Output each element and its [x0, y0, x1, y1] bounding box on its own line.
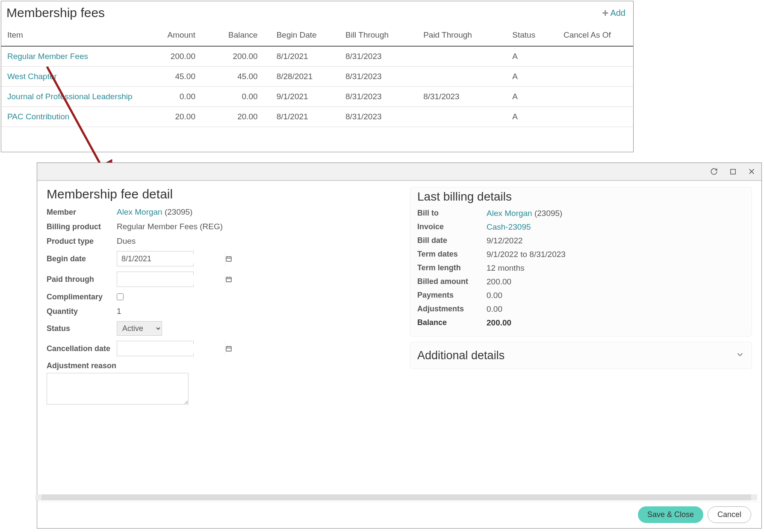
additional-details-panel[interactable]: Additional details: [410, 342, 752, 369]
paid-through-input[interactable]: [117, 275, 225, 284]
member-id-text: (23095): [162, 207, 193, 216]
cell-begin: 9/1/2021: [271, 87, 339, 107]
cell-bill: 8/31/2023: [339, 87, 417, 107]
value-term-dates: 9/1/2022 to 8/31/2023: [487, 250, 566, 259]
cell-status: A: [506, 46, 558, 67]
membership-fees-table: Item Amount Balance Begin Date Bill Thro…: [1, 26, 633, 127]
invoice-link[interactable]: Cash-23095: [487, 222, 531, 231]
col-begin[interactable]: Begin Date: [271, 26, 339, 46]
complimentary-checkbox[interactable]: [117, 293, 124, 300]
member-link[interactable]: Alex Morgan: [117, 207, 162, 216]
cell-balance: 45.00: [208, 67, 271, 87]
cell-amount: 20.00: [148, 107, 208, 127]
label-balance: Balance: [417, 318, 487, 328]
item-link[interactable]: Regular Member Fees: [7, 52, 88, 61]
value-product-type: Dues: [117, 236, 136, 246]
cell-bill: 8/31/2023: [339, 107, 417, 127]
close-icon[interactable]: [748, 168, 755, 175]
col-status[interactable]: Status: [506, 26, 558, 46]
label-billed-amount: Billed amount: [417, 277, 487, 287]
last-billing-panel: Last billing details Bill to Alex Morgan…: [410, 187, 752, 337]
value-billed-amount: 200.00: [487, 277, 511, 287]
label-payments: Payments: [417, 291, 487, 300]
svg-rect-4: [226, 257, 231, 261]
cell-status: A: [506, 87, 558, 107]
item-link[interactable]: PAC Contribution: [7, 112, 69, 121]
add-link[interactable]: + Add: [602, 7, 625, 18]
cell-cancel: [558, 67, 633, 87]
value-billing-product: Regular Member Fees (REG): [117, 222, 223, 231]
cell-balance: 0.00: [208, 87, 271, 107]
value-term-length: 12 months: [487, 263, 525, 273]
col-paid[interactable]: Paid Through: [417, 26, 506, 46]
cell-bill: 8/31/2023: [339, 67, 417, 87]
bill-to-id-text: (23095): [532, 209, 563, 218]
col-amount[interactable]: Amount: [148, 26, 208, 46]
cell-amount: 0.00: [148, 87, 208, 107]
maximize-icon[interactable]: [729, 168, 737, 175]
label-billing-product: Billing product: [47, 222, 117, 231]
status-select[interactable]: Active: [117, 321, 162, 336]
col-balance[interactable]: Balance: [208, 26, 271, 46]
label-adjustments: Adjustments: [417, 304, 487, 314]
label-adjustment-reason: Adjustment reason: [47, 361, 393, 370]
horizontal-scrollbar[interactable]: [41, 494, 751, 500]
cell-bill: 8/31/2023: [339, 46, 417, 67]
label-term-dates: Term dates: [417, 250, 487, 259]
cell-begin: 8/1/2021: [271, 46, 339, 67]
col-item[interactable]: Item: [1, 26, 148, 46]
cell-balance: 200.00: [208, 46, 271, 67]
value-payments: 0.00: [487, 291, 502, 300]
cancel-button[interactable]: Cancel: [708, 506, 751, 523]
calendar-icon[interactable]: [225, 272, 232, 287]
item-link[interactable]: Journal of Professional Leadership: [7, 92, 133, 101]
value-bill-to: Alex Morgan (23095): [487, 209, 562, 218]
cell-status: A: [506, 67, 558, 87]
svg-rect-8: [226, 277, 231, 282]
cancellation-date-input[interactable]: [117, 344, 225, 353]
svg-rect-12: [226, 346, 231, 351]
detail-title: Membership fee detail: [47, 187, 393, 201]
item-link[interactable]: West Chapter: [7, 72, 57, 81]
chevron-down-icon: [735, 350, 745, 361]
add-label: Add: [610, 8, 625, 18]
cell-cancel: [558, 46, 633, 67]
cell-paid: [417, 67, 506, 87]
additional-details-title: Additional details: [417, 349, 504, 362]
value-member: Alex Morgan (23095): [117, 207, 192, 217]
cancellation-date-field: [117, 341, 194, 356]
table-row: PAC Contribution20.0020.008/1/20218/31/2…: [1, 107, 633, 127]
cell-cancel: [558, 87, 633, 107]
cell-paid: 8/31/2023: [417, 87, 506, 107]
bill-to-link[interactable]: Alex Morgan: [487, 209, 532, 218]
save-button[interactable]: Save & Close: [638, 506, 703, 523]
begin-date-input[interactable]: [117, 254, 225, 263]
table-row: Journal of Professional Leadership0.000.…: [1, 87, 633, 107]
calendar-icon[interactable]: [225, 251, 232, 266]
cell-amount: 45.00: [148, 67, 208, 87]
col-cancel[interactable]: Cancel As Of: [558, 26, 633, 46]
billing-column: Last billing details Bill to Alex Morgan…: [410, 187, 752, 502]
cell-cancel: [558, 107, 633, 127]
dialog-titlebar: [37, 163, 761, 181]
billing-title: Last billing details: [417, 190, 745, 204]
label-bill-to: Bill to: [417, 209, 487, 218]
calendar-icon[interactable]: [225, 341, 232, 356]
label-status: Status: [47, 324, 117, 333]
detail-form: Membership fee detail Member Alex Morgan…: [47, 187, 393, 502]
value-balance: 200.00: [487, 318, 511, 328]
label-complimentary: Complimentary: [47, 293, 117, 301]
label-invoice: Invoice: [417, 222, 487, 232]
label-bill-date: Bill date: [417, 236, 487, 245]
col-bill[interactable]: Bill Through: [339, 26, 417, 46]
cell-paid: [417, 107, 506, 127]
value-adjustments: 0.00: [487, 304, 502, 314]
refresh-icon[interactable]: [710, 168, 718, 175]
cell-status: A: [506, 107, 558, 127]
value-bill-date: 9/12/2022: [487, 236, 523, 245]
dialog-footer: Save & Close Cancel: [37, 502, 761, 528]
paid-through-field: [117, 272, 194, 287]
cell-begin: 8/28/2021: [271, 67, 339, 87]
table-row: West Chapter45.0045.008/28/20218/31/2023…: [1, 67, 633, 87]
adjustment-reason-textarea[interactable]: [47, 373, 189, 405]
